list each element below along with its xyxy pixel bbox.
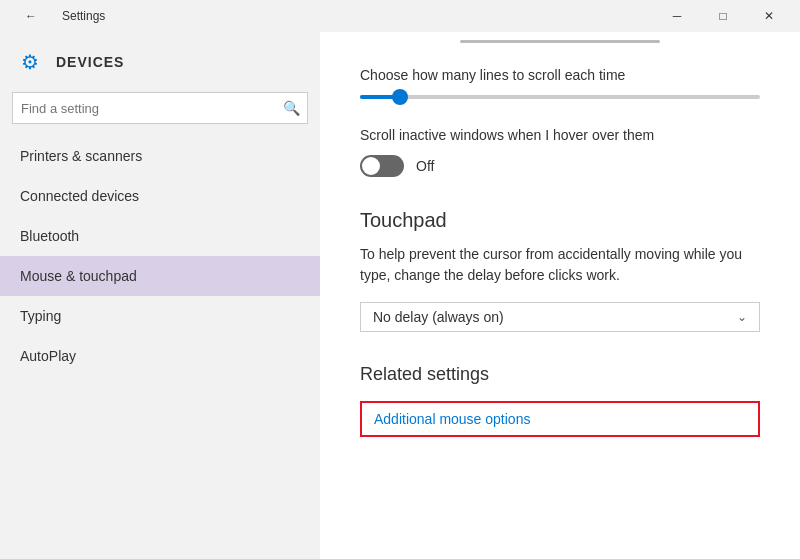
scroll-indicator-line xyxy=(460,40,660,43)
sidebar-item-bluetooth[interactable]: Bluetooth xyxy=(0,216,320,256)
search-icon: 🔍 xyxy=(283,100,300,116)
maximize-button[interactable]: □ xyxy=(700,0,746,32)
titlebar: ← Settings ─ □ ✕ xyxy=(0,0,800,32)
toggle-row: Off xyxy=(360,155,760,177)
touchpad-heading: Touchpad xyxy=(360,209,760,232)
scroll-slider-track[interactable] xyxy=(360,95,760,99)
sidebar-item-mouse-touchpad[interactable]: Mouse & touchpad xyxy=(0,256,320,296)
chevron-down-icon: ⌄ xyxy=(737,310,747,324)
sidebar-item-connected-devices[interactable]: Connected devices xyxy=(0,176,320,216)
devices-icon: ⚙ xyxy=(16,48,44,76)
toggle-knob xyxy=(362,157,380,175)
titlebar-controls: ─ □ ✕ xyxy=(654,0,792,32)
titlebar-title: Settings xyxy=(62,9,105,23)
app-body: ⚙ DEVICES 🔍 Printers & scanners Connecte… xyxy=(0,32,800,559)
titlebar-left: ← Settings xyxy=(8,0,105,32)
search-input[interactable] xyxy=(12,92,308,124)
toggle-state-label: Off xyxy=(416,158,434,174)
main-content: Choose how many lines to scroll each tim… xyxy=(320,32,800,559)
related-settings-heading: Related settings xyxy=(360,364,760,385)
scroll-inactive-label: Scroll inactive windows when I hover ove… xyxy=(360,127,760,143)
touchpad-desc: To help prevent the cursor from accident… xyxy=(360,244,760,286)
sidebar-title: DEVICES xyxy=(56,54,124,70)
additional-mouse-options-link[interactable]: Additional mouse options xyxy=(360,401,760,437)
scroll-inactive-toggle[interactable] xyxy=(360,155,404,177)
minimize-button[interactable]: ─ xyxy=(654,0,700,32)
scroll-indicator-top xyxy=(360,32,760,67)
sidebar-item-printers[interactable]: Printers & scanners xyxy=(0,136,320,176)
sidebar: ⚙ DEVICES 🔍 Printers & scanners Connecte… xyxy=(0,32,320,559)
scroll-lines-label: Choose how many lines to scroll each tim… xyxy=(360,67,760,83)
sidebar-item-autoplay[interactable]: AutoPlay xyxy=(0,336,320,376)
dropdown-value: No delay (always on) xyxy=(373,309,504,325)
sidebar-header: ⚙ DEVICES xyxy=(0,32,320,92)
slider-thumb[interactable] xyxy=(392,89,408,105)
sidebar-item-typing[interactable]: Typing xyxy=(0,296,320,336)
sidebar-search: 🔍 xyxy=(12,92,308,124)
scroll-lines-section: Choose how many lines to scroll each tim… xyxy=(360,67,760,107)
back-button[interactable]: ← xyxy=(8,0,54,32)
close-button[interactable]: ✕ xyxy=(746,0,792,32)
sidebar-nav: Printers & scanners Connected devices Bl… xyxy=(0,136,320,559)
delay-dropdown[interactable]: No delay (always on) ⌄ xyxy=(360,302,760,332)
